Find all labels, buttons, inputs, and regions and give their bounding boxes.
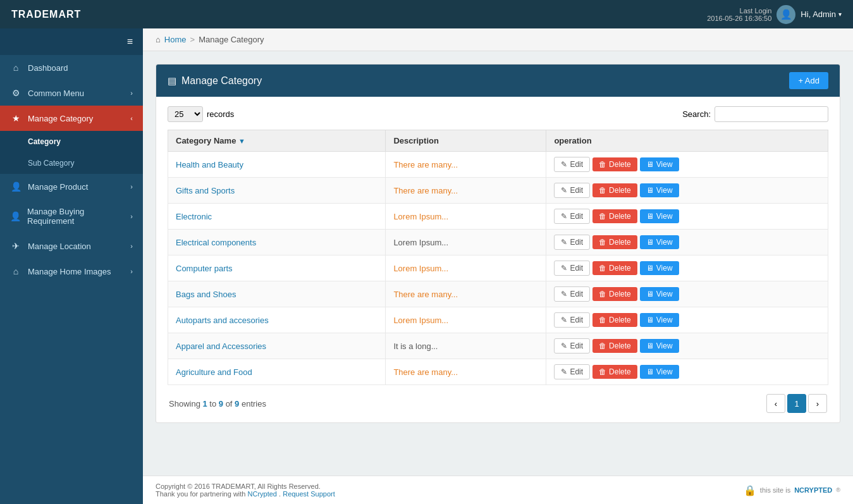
chevron-right-icon: › bbox=[130, 212, 133, 220]
sidebar-item-manage-location[interactable]: ✈ Manage Location › bbox=[0, 233, 143, 259]
sidebar-toggle-button[interactable]: ≡ bbox=[0, 28, 143, 55]
pencil-icon: ✎ bbox=[561, 186, 567, 195]
view-button[interactable]: 🖥 View bbox=[640, 209, 679, 223]
table-row: Electrical components Lorem Ipsum... ✎ E… bbox=[168, 230, 828, 255]
delete-button[interactable]: 🗑 Delete bbox=[592, 157, 637, 171]
table-row: Electronic Lorem Ipsum... ✎ Edit 🗑 Delet… bbox=[168, 204, 828, 230]
monitor-icon: 🖥 bbox=[646, 316, 654, 324]
edit-button[interactable]: ✎ Edit bbox=[554, 157, 590, 172]
edit-button[interactable]: ✎ Edit bbox=[554, 261, 590, 276]
sidebar-item-manage-buying[interactable]: 👤 Manage Buying Requirement › bbox=[0, 199, 143, 233]
delete-button[interactable]: 🗑 Delete bbox=[592, 365, 637, 379]
pencil-icon: ✎ bbox=[561, 341, 567, 350]
cell-description: It is a long... bbox=[386, 333, 546, 359]
sidebar-sub-item-category[interactable]: Category bbox=[0, 131, 143, 152]
view-button[interactable]: 🖥 View bbox=[640, 339, 679, 353]
delete-button[interactable]: 🗑 Delete bbox=[592, 209, 637, 223]
breadcrumb-home-link[interactable]: Home bbox=[164, 35, 187, 44]
table-footer: Showing 1 to 9 of 9 entries ‹ 1 › bbox=[168, 394, 828, 413]
action-buttons: ✎ Edit 🗑 Delete 🖥 View bbox=[554, 261, 820, 276]
trash-icon: 🗑 bbox=[599, 212, 606, 221]
sidebar-item-manage-product[interactable]: 👤 Manage Product › bbox=[0, 174, 143, 199]
last-login-label: Last Login bbox=[707, 7, 771, 15]
cell-name: Apparel and Accessories bbox=[168, 333, 386, 359]
chevron-down-icon: ▾ bbox=[838, 11, 842, 18]
main-layout: ≡ ⌂ Dashboard ⚙ Common Menu › ★ Manage C… bbox=[0, 28, 853, 504]
sidebar-item-manage-home-images[interactable]: ⌂ Manage Home Images › bbox=[0, 259, 143, 284]
lock-icon: 🔒 bbox=[744, 484, 756, 496]
sort-icon[interactable]: ▼ bbox=[238, 137, 245, 145]
card-header: ▤ Manage Category + Add bbox=[156, 65, 840, 97]
delete-button[interactable]: 🗑 Delete bbox=[592, 339, 637, 353]
cell-operation: ✎ Edit 🗑 Delete 🖥 View bbox=[546, 178, 828, 204]
monitor-icon: 🖥 bbox=[646, 367, 654, 376]
delete-button[interactable]: 🗑 Delete bbox=[592, 313, 637, 327]
action-buttons: ✎ Edit 🗑 Delete 🖥 View bbox=[554, 235, 820, 250]
view-button[interactable]: 🖥 View bbox=[640, 157, 679, 171]
add-button[interactable]: + Add bbox=[789, 72, 828, 89]
sidebar-item-manage-category[interactable]: ★ Manage Category ‹ bbox=[0, 106, 143, 131]
star-icon: ★ bbox=[10, 113, 21, 123]
table-row: Agriculture and Food There are many... ✎… bbox=[168, 359, 828, 385]
breadcrumb-current: Manage Category bbox=[199, 35, 264, 44]
showing-from: 1 bbox=[202, 399, 207, 409]
gear-icon: ⚙ bbox=[10, 88, 21, 98]
trash-icon: 🗑 bbox=[599, 290, 606, 298]
monitor-icon: 🖥 bbox=[646, 290, 654, 298]
view-button[interactable]: 🖥 View bbox=[640, 287, 679, 301]
edit-button[interactable]: ✎ Edit bbox=[554, 286, 590, 302]
edit-button[interactable]: ✎ Edit bbox=[554, 209, 590, 224]
edit-button[interactable]: ✎ Edit bbox=[554, 312, 590, 328]
cell-operation: ✎ Edit 🗑 Delete 🖥 View bbox=[546, 307, 828, 333]
sidebar-sub-menu: Category Sub Category bbox=[0, 131, 143, 174]
sidebar-sub-item-subcategory[interactable]: Sub Category bbox=[0, 152, 143, 174]
view-button[interactable]: 🖥 View bbox=[640, 365, 679, 379]
cell-name: Agriculture and Food bbox=[168, 359, 386, 385]
sidebar-item-label: Manage Category bbox=[28, 114, 93, 123]
delete-button[interactable]: 🗑 Delete bbox=[592, 261, 637, 275]
cell-description: There are many... bbox=[386, 152, 546, 178]
view-button[interactable]: 🖥 View bbox=[640, 235, 679, 249]
delete-button[interactable]: 🗑 Delete bbox=[592, 183, 637, 197]
pagination-next[interactable]: › bbox=[808, 394, 827, 413]
home-icon: ⌂ bbox=[10, 63, 21, 73]
table-row: Gifts and Sports There are many... ✎ Edi… bbox=[168, 178, 828, 204]
footer-partner: Thank you for partnering with NCrypted .… bbox=[156, 490, 335, 498]
table-row: Computer parts Lorem Ipsum... ✎ Edit 🗑 D… bbox=[168, 255, 828, 281]
cell-name: Electronic bbox=[168, 204, 386, 230]
trash-icon: 🗑 bbox=[599, 316, 606, 324]
edit-button[interactable]: ✎ Edit bbox=[554, 338, 590, 353]
view-button[interactable]: 🖥 View bbox=[640, 183, 679, 197]
sidebar-item-common-menu[interactable]: ⚙ Common Menu › bbox=[0, 80, 143, 106]
footer-site-label: this site is bbox=[760, 486, 790, 494]
cell-name: Electrical components bbox=[168, 230, 386, 255]
per-page-select[interactable]: 10 25 50 100 bbox=[168, 106, 203, 122]
th-category-name: Category Name ▼ bbox=[168, 130, 386, 152]
search-input[interactable] bbox=[715, 106, 828, 122]
sidebar-item-dashboard[interactable]: ⌂ Dashboard bbox=[0, 55, 143, 80]
cell-operation: ✎ Edit 🗑 Delete 🖥 View bbox=[546, 359, 828, 385]
delete-button[interactable]: 🗑 Delete bbox=[592, 287, 637, 301]
view-button[interactable]: 🖥 View bbox=[640, 313, 679, 327]
card-body: 10 25 50 100 records Search: bbox=[156, 97, 840, 422]
ncrypted-link[interactable]: NCrypted bbox=[248, 490, 277, 498]
edit-button[interactable]: ✎ Edit bbox=[554, 364, 590, 379]
delete-button[interactable]: 🗑 Delete bbox=[592, 235, 637, 249]
table-row: Apparel and Accessories It is a long... … bbox=[168, 333, 828, 359]
sidebar-item-label: Manage Buying Requirement bbox=[27, 207, 124, 226]
action-buttons: ✎ Edit 🗑 Delete 🖥 View bbox=[554, 286, 820, 302]
trash-icon: 🗑 bbox=[599, 160, 606, 169]
edit-button[interactable]: ✎ Edit bbox=[554, 183, 590, 198]
registered-icon: ® bbox=[836, 487, 840, 493]
view-button[interactable]: 🖥 View bbox=[640, 261, 679, 275]
edit-button[interactable]: ✎ Edit bbox=[554, 235, 590, 250]
hi-admin-button[interactable]: Hi, Admin ▾ bbox=[801, 9, 842, 19]
records-label: records bbox=[207, 109, 234, 119]
chevron-right-icon: › bbox=[130, 267, 133, 275]
search-label: Search: bbox=[682, 109, 711, 119]
pagination-page-1[interactable]: 1 bbox=[787, 394, 806, 413]
action-buttons: ✎ Edit 🗑 Delete 🖥 View bbox=[554, 157, 820, 172]
search-box: Search: bbox=[682, 106, 828, 122]
pagination-prev[interactable]: ‹ bbox=[766, 394, 785, 413]
request-support-link[interactable]: Request Support bbox=[283, 490, 335, 498]
